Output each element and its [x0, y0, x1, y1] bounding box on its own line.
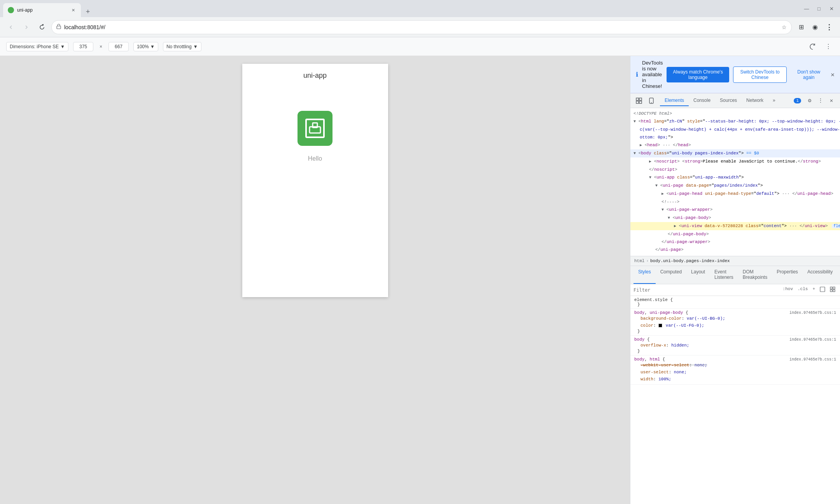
dom-line-unipage[interactable]: ▼ <uni-page data-page="pages/index/index… [630, 182, 840, 190]
dom-line-unipage-close[interactable]: </uni-page> [630, 246, 840, 254]
styles-tab-event-listeners[interactable]: Event Listeners [710, 266, 738, 284]
uni-logo [298, 111, 332, 146]
devtools-close-button[interactable]: ✕ [826, 95, 837, 106]
tab-console[interactable]: Console [689, 95, 715, 106]
dom-line-noscript[interactable]: ▶ <noscript> <strong>Please enable JavaS… [630, 158, 840, 166]
forward-button[interactable] [20, 21, 33, 33]
zoom-select[interactable]: 100% ▼ [133, 42, 158, 51]
language-notification: ℹ DevTools is now available in Chinese! … [630, 56, 840, 93]
extensions-icon[interactable]: ⊞ [795, 21, 807, 33]
maximize-button[interactable]: □ [814, 3, 824, 14]
styles-tab-layout[interactable]: Layout [686, 266, 710, 284]
devtools-more-button[interactable]: ⋮ [815, 95, 826, 106]
prop-color[interactable]: color: var(--UI-FG-0); [634, 322, 836, 329]
tab-elements[interactable]: Elements [660, 95, 689, 106]
dom-line-head[interactable]: ▶ <head> ··· </head> [630, 141, 840, 149]
page-preview: uni-app Hello [0, 56, 630, 504]
styles-tab-computed[interactable]: Computed [656, 266, 686, 284]
close-window-button[interactable]: ✕ [826, 3, 837, 14]
styles-filter-input[interactable] [634, 287, 778, 293]
svg-rect-5 [639, 98, 642, 100]
dom-line-noscript-close[interactable]: </noscript> [630, 166, 840, 173]
prop-width[interactable]: width: 100%; [634, 376, 836, 383]
styles-tab-accessibility[interactable]: Accessibility [803, 266, 837, 284]
tab-sources[interactable]: Sources [715, 95, 742, 106]
dom-line-uniview[interactable]: ▶ <uni-view data-v-57280228 class="conte… [630, 222, 840, 230]
prop-background-color[interactable]: background-color: var(--UI-BG-0); [634, 315, 836, 322]
notification-icon: ℹ [636, 71, 638, 79]
dom-line-wrapper[interactable]: ▼ <uni-page-wrapper> [630, 206, 840, 214]
selector-body-html[interactable]: body, html { [634, 357, 665, 362]
style-source-1: index.97465e7b.css:1 [789, 311, 836, 315]
selector-element-style[interactable]: element.style { [634, 298, 673, 302]
viewport-height-input[interactable]: 667 [108, 42, 129, 51]
dom-line-uniapp[interactable]: ▼ <uni-app class="uni-app--maxwidth"> [630, 173, 840, 182]
pseudo-class-filter[interactable]: :hov [781, 286, 794, 294]
tab-close-button[interactable]: ✕ [70, 7, 76, 13]
devtools-settings-button[interactable]: ⚙ [804, 95, 815, 106]
bookmark-icon[interactable]: ☆ [782, 24, 787, 30]
selector-body-uni[interactable]: body, uni-page-body { [634, 310, 688, 315]
tab-more[interactable]: » [768, 95, 780, 106]
inspect-element-button[interactable] [634, 95, 644, 106]
add-rule-button[interactable]: + [811, 286, 817, 294]
device-select-label: Dimensions: iPhone SE [10, 44, 59, 49]
device-more-menu[interactable]: ⋮ [823, 41, 834, 52]
dom-line-wrapper-close[interactable]: </uni-page-wrapper> [630, 238, 840, 246]
notification-close-icon[interactable]: ✕ [831, 71, 835, 79]
minimize-button[interactable]: — [801, 3, 812, 14]
issues-badge[interactable]: 1 [794, 98, 801, 103]
breadcrumb-body[interactable]: body.uni-body.pages-index-index [650, 259, 730, 263]
class-filter[interactable]: .cls [796, 286, 809, 294]
styles-panel[interactable]: element.style { } body, uni-page-body { … [630, 296, 840, 504]
style-source-3: index.97465e7b.css:1 [789, 357, 836, 362]
dom-line-pagebody[interactable]: ▼ <uni-page-body> [630, 214, 840, 222]
main-area: uni-app Hello ℹ DevTools is now avai [0, 56, 840, 504]
dom-line-body[interactable]: ▼ <body class="uni-body pages-index-inde… [630, 149, 840, 158]
switch-to-chinese-button[interactable]: Switch DevTools to Chinese [733, 66, 787, 83]
svg-rect-11 [830, 287, 832, 289]
svg-rect-7 [639, 101, 642, 103]
dom-line-pagehead[interactable]: ▶ <uni-page-head uni-page-head-type="def… [630, 190, 840, 198]
styles-tab-dom-breakpoints[interactable]: DOM Breakpoints [738, 266, 772, 284]
toggle-grid-button[interactable] [828, 286, 837, 294]
styles-tab-properties[interactable]: Properties [772, 266, 803, 284]
new-tab-button[interactable]: + [82, 6, 93, 17]
styles-tab-styles[interactable]: Styles [634, 266, 656, 284]
viewport-width-input[interactable]: 375 [73, 42, 93, 51]
dimension-separator: × [98, 44, 104, 49]
device-mode-button[interactable] [646, 95, 657, 106]
dom-tree[interactable]: <!DOCTYPE html> ▼ <html lang="zh-CN" sty… [630, 108, 840, 256]
lock-icon [56, 24, 61, 30]
dom-line-pagebody-close[interactable]: </uni-page-body> [630, 230, 840, 238]
dont-show-again-button[interactable]: Don't show again [791, 67, 827, 82]
throttle-select[interactable]: No throttling ▼ [163, 42, 201, 51]
dom-line-doctype[interactable]: <!DOCTYPE html> [630, 110, 840, 117]
prop-webkit-user-select[interactable]: -webkit-user-select: none; [634, 362, 836, 369]
filter-bar: :hov .cls + [630, 284, 840, 296]
dom-line-html[interactable]: ▼ <html lang="zh-CN" style="--status-bar… [630, 117, 840, 126]
svg-rect-14 [833, 290, 835, 292]
address-bar[interactable]: localhost:8081/#/ ☆ [51, 20, 792, 34]
device-select[interactable]: Dimensions: iPhone SE ▼ [6, 42, 68, 51]
back-button[interactable] [5, 21, 17, 33]
prop-overflow-x[interactable]: overflow-x: hidden; [634, 342, 836, 349]
throttle-label: No throttling [166, 44, 192, 49]
active-tab[interactable]: uni-app ✕ [3, 3, 81, 17]
throttle-arrow: ▼ [193, 44, 198, 49]
profile-icon[interactable]: ◉ [809, 21, 821, 33]
more-menu-button[interactable]: ⋮ [823, 21, 835, 33]
window-controls: — □ ✕ [801, 3, 837, 14]
match-language-button[interactable]: Always match Chrome's language [667, 67, 729, 82]
tab-network[interactable]: Network [742, 95, 768, 106]
rotate-button[interactable] [807, 41, 818, 52]
toggle-styles-button[interactable] [818, 286, 827, 294]
dom-line-comment1[interactable]: <!----> [630, 198, 840, 206]
dom-breadcrumb: html › body.uni-body.pages-index-index [630, 256, 840, 266]
refresh-button[interactable] [36, 21, 48, 33]
selector-body[interactable]: body { [634, 337, 650, 342]
prop-user-select[interactable]: user-select: none; [634, 369, 836, 376]
tab-favicon [8, 7, 14, 13]
breadcrumb-html[interactable]: html [634, 259, 644, 263]
svg-point-9 [651, 102, 652, 103]
